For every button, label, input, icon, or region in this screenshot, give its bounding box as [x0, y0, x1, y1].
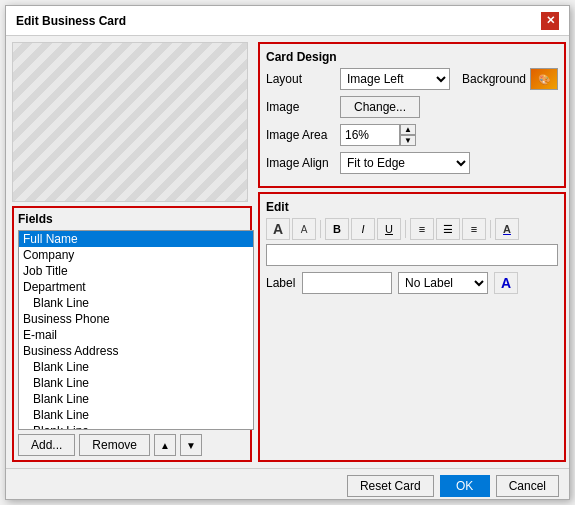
field-item[interactable]: Full Name [19, 231, 253, 247]
field-item[interactable]: Blank Line [19, 407, 253, 423]
italic-button[interactable]: I [351, 218, 375, 240]
field-item[interactable]: Blank Line [19, 359, 253, 375]
title-bar: Edit Business Card ✕ [6, 6, 569, 36]
ok-button[interactable]: OK [440, 475, 490, 497]
fields-list[interactable]: Full NameCompanyJob TitleDepartmentBlank… [18, 230, 254, 430]
move-down-button[interactable]: ▼ [180, 434, 202, 456]
main-content: Fields Full NameCompanyJob TitleDepartme… [6, 36, 569, 468]
field-item[interactable]: Business Address [19, 343, 253, 359]
spinner-buttons: ▲ ▼ [400, 124, 416, 146]
label-row: Label No Label Left Right Top Bottom A [266, 272, 558, 294]
spinner-down-button[interactable]: ▼ [400, 135, 416, 146]
align-left-button[interactable]: ≡ [410, 218, 434, 240]
background-color-button[interactable]: 🎨 [530, 68, 558, 90]
label-position-select[interactable]: No Label Left Right Top Bottom [398, 272, 488, 294]
image-area-row: Image Area 16% ▲ ▼ [266, 124, 558, 146]
edit-toolbar: A A B I U [266, 218, 558, 240]
field-item[interactable]: E-mail [19, 327, 253, 343]
reset-card-button[interactable]: Reset Card [347, 475, 434, 497]
font-size-small-icon: A [301, 224, 308, 235]
background-label: Background [462, 72, 526, 86]
layout-select[interactable]: Image Left Image Right Image Top Image B… [340, 68, 450, 90]
align-right-icon: ≡ [471, 223, 477, 235]
field-item[interactable]: Blank Line [19, 295, 253, 311]
field-item[interactable]: Job Title [19, 263, 253, 279]
spinner-up-button[interactable]: ▲ [400, 124, 416, 135]
dialog-title: Edit Business Card [16, 14, 126, 28]
remove-button[interactable]: Remove [79, 434, 150, 456]
label-input[interactable] [302, 272, 392, 294]
field-item[interactable]: Business Phone [19, 311, 253, 327]
image-align-label: Image Align [266, 156, 336, 170]
fields-section: Fields Full NameCompanyJob TitleDepartme… [12, 206, 252, 462]
toolbar-separator-1 [320, 220, 321, 238]
add-button[interactable]: Add... [18, 434, 75, 456]
align-right-button[interactable]: ≡ [462, 218, 486, 240]
edit-business-card-dialog: Edit Business Card ✕ Fields Full NameCom… [5, 5, 570, 500]
field-item[interactable]: Blank Line [19, 391, 253, 407]
label-color-icon: A [501, 275, 511, 291]
field-item[interactable]: Blank Line [19, 375, 253, 391]
preview-background [13, 43, 247, 201]
underline-icon: U [385, 223, 393, 235]
image-area-input[interactable]: 16% [340, 124, 400, 146]
underline-button[interactable]: U [377, 218, 401, 240]
font-size-large-button[interactable]: A [266, 218, 290, 240]
image-align-select[interactable]: Fit to Edge Stretch Tile [340, 152, 470, 174]
font-color-button[interactable]: A [495, 218, 519, 240]
fields-title: Fields [18, 212, 246, 226]
toolbar-separator-2 [405, 220, 406, 238]
label-color-button[interactable]: A [494, 272, 518, 294]
image-area-label: Image Area [266, 128, 336, 142]
image-area-spinner: 16% ▲ ▼ [340, 124, 416, 146]
align-left-icon: ≡ [419, 223, 425, 235]
move-up-button[interactable]: ▲ [154, 434, 176, 456]
field-item[interactable]: Department [19, 279, 253, 295]
font-color-icon: A [503, 223, 511, 235]
image-row: Image Change... [266, 96, 558, 118]
image-label: Image [266, 100, 336, 114]
right-panel: Card Design Layout Image Left Image Righ… [258, 42, 566, 462]
image-align-row: Image Align Fit to Edge Stretch Tile [266, 152, 558, 174]
font-size-large-icon: A [273, 221, 283, 237]
edit-text-input[interactable] [266, 244, 558, 266]
field-item[interactable]: Blank Line [19, 423, 253, 430]
fields-buttons: Add... Remove ▲ ▼ [18, 434, 246, 456]
edit-section: Edit A A B I [258, 192, 566, 462]
layout-row: Layout Image Left Image Right Image Top … [266, 68, 558, 90]
italic-icon: I [361, 223, 364, 235]
font-size-small-button[interactable]: A [292, 218, 316, 240]
bottom-bar: Reset Card OK Cancel [6, 468, 569, 503]
card-preview [12, 42, 248, 202]
align-center-button[interactable]: ☰ [436, 218, 460, 240]
field-item[interactable]: Company [19, 247, 253, 263]
card-design-section: Card Design Layout Image Left Image Righ… [258, 42, 566, 188]
align-center-icon: ☰ [443, 223, 453, 236]
layout-label: Layout [266, 72, 336, 86]
cancel-button[interactable]: Cancel [496, 475, 559, 497]
bold-icon: B [333, 223, 341, 235]
edit-title: Edit [266, 200, 558, 214]
change-image-button[interactable]: Change... [340, 96, 420, 118]
left-panel: Fields Full NameCompanyJob TitleDepartme… [12, 42, 252, 462]
toolbar-separator-3 [490, 220, 491, 238]
bold-button[interactable]: B [325, 218, 349, 240]
card-design-title: Card Design [266, 50, 558, 64]
label-field-label: Label [266, 276, 296, 290]
close-button[interactable]: ✕ [541, 12, 559, 30]
